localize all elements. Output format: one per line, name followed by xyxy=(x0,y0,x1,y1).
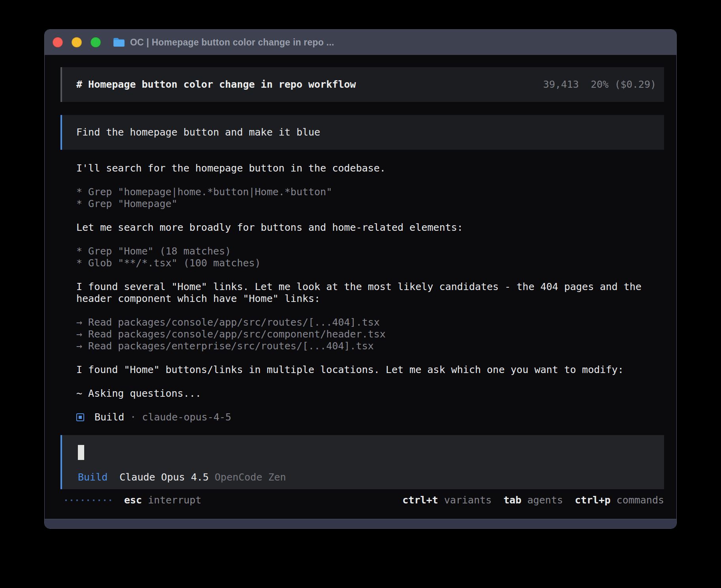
tool-call-glob: * Glob "**/*.tsx" (100 matches) xyxy=(76,257,664,269)
input-model: Claude Opus 4.5 xyxy=(119,471,209,483)
assistant-text: Let me search more broadly for buttons a… xyxy=(76,222,664,234)
tool-call-read: → Read packages/enterprise/src/routes/[.… xyxy=(76,340,664,352)
prompt-input[interactable]: Build Claude Opus 4.5 OpenCode Zen xyxy=(60,435,664,489)
session-stats: 39,413 20% ($0.29) xyxy=(543,79,656,90)
traffic-lights xyxy=(53,37,101,47)
hint-variants: ctrl+t variants xyxy=(402,494,492,506)
tool-call-read: → Read packages/console/app/src/routes/[… xyxy=(76,317,664,328)
tool-call-read: → Read packages/console/app/src/componen… xyxy=(76,328,664,340)
hint-agents: tab agents xyxy=(504,494,563,506)
input-provider: OpenCode Zen xyxy=(215,471,286,483)
input-agent: Build xyxy=(78,471,108,483)
window-title: OC | Homepage button color change in rep… xyxy=(130,37,334,48)
input-status-line: Build Claude Opus 4.5 OpenCode Zen xyxy=(78,471,656,483)
user-message-text: Find the homepage button and make it blu… xyxy=(76,126,320,138)
assistant-text: I found "Home" buttons/links in multiple… xyxy=(76,364,664,376)
folder-icon xyxy=(113,37,125,47)
hint-commands: ctrl+p commands xyxy=(575,494,664,506)
session-title: # Homepage button color change in repo w… xyxy=(76,79,356,90)
terminal-content: # Homepage button color change in repo w… xyxy=(45,55,676,519)
progress-dots xyxy=(65,499,111,501)
minimize-button[interactable] xyxy=(72,37,82,47)
zoom-button[interactable] xyxy=(91,37,101,47)
hint-group-right: ctrl+t variants tab agents ctrl+p comman… xyxy=(402,494,664,506)
token-count: 39,413 xyxy=(543,79,579,90)
session-header: # Homepage button color change in repo w… xyxy=(60,67,664,102)
tool-call-grep: * Grep "Home" (18 matches) xyxy=(76,245,664,257)
agent-name: Build xyxy=(94,411,124,423)
agent-square-icon xyxy=(76,413,84,421)
text-cursor xyxy=(78,445,84,460)
close-button[interactable] xyxy=(53,37,63,47)
window-footer-strip xyxy=(45,519,676,528)
hint-bar: esc interrupt ctrl+t variants tab agents… xyxy=(60,494,664,506)
window-titlebar[interactable]: OC | Homepage button color change in rep… xyxy=(45,30,676,55)
assistant-text: I'll search for the homepage button in t… xyxy=(76,162,664,174)
assistant-text: I found several "Home" links. Let me loo… xyxy=(76,281,664,305)
agent-status-row: Build · claude-opus-4-5 xyxy=(76,411,664,423)
assistant-messages: I'll search for the homepage button in t… xyxy=(60,162,664,423)
hint-interrupt: esc interrupt xyxy=(124,494,202,506)
terminal-window: OC | Homepage button color change in rep… xyxy=(44,29,677,529)
agent-model: claude-opus-4-5 xyxy=(142,411,231,423)
asking-questions-status: ~ Asking questions... xyxy=(76,388,664,400)
separator-dot: · xyxy=(130,411,136,423)
context-cost: 20% ($0.29) xyxy=(591,79,656,90)
tool-call-grep: * Grep "homepage|home.*button|Home.*butt… xyxy=(76,186,664,198)
user-message: Find the homepage button and make it blu… xyxy=(60,115,664,150)
tool-call-grep: * Grep "Homepage" xyxy=(76,198,664,210)
